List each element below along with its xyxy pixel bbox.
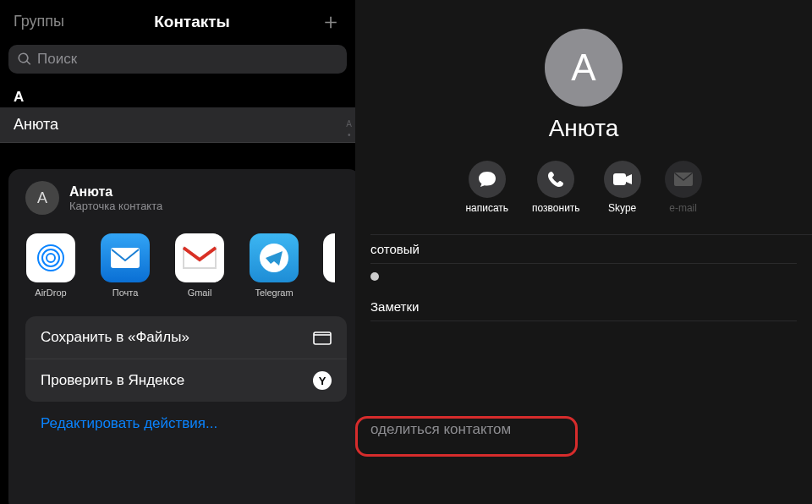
telegram-icon (250, 233, 299, 282)
svg-rect-5 (314, 332, 331, 344)
groups-button[interactable]: Группы (14, 13, 64, 30)
share-app-telegram[interactable]: Telegram (249, 233, 299, 298)
contacts-header: Группы Контакты ＋ (0, 0, 355, 45)
comm-email: e-mail (665, 161, 702, 214)
contact-name: Анюта (355, 115, 812, 142)
yandex-icon: Y (313, 371, 332, 390)
search-input[interactable]: Поиск (8, 45, 347, 74)
action-save-to-files[interactable]: Сохранить в «Файлы» (25, 316, 347, 359)
airdrop-icon (26, 233, 75, 282)
svg-point-0 (47, 254, 55, 262)
contact-detail-pane: А Анюта написать позвонить Skype (355, 0, 812, 504)
mail-icon (101, 233, 150, 282)
share-apps-row: AirDrop Почта Gmail (25, 230, 347, 315)
video-icon (604, 161, 641, 198)
sheet-avatar: А (25, 181, 59, 215)
action-check-yandex[interactable]: Проверить в Яндексе Y (25, 359, 347, 402)
comm-message[interactable]: написать (465, 161, 508, 214)
section-header-a: А (0, 84, 355, 107)
alphabet-index[interactable]: А • (346, 118, 352, 140)
message-icon (469, 161, 506, 198)
email-icon (665, 161, 702, 198)
contact-avatar: А (545, 29, 623, 107)
share-app-more[interactable] (323, 233, 335, 282)
share-contact-button[interactable]: оделиться контактом (370, 421, 812, 438)
comm-skype[interactable]: Skype (604, 161, 641, 214)
sheet-subtitle: Карточка контакта (69, 200, 162, 212)
pagination-dot (370, 272, 379, 281)
share-app-airdrop[interactable]: AirDrop (25, 233, 76, 298)
search-icon (17, 52, 32, 67)
contact-row-anyuta[interactable]: Анюта (0, 107, 355, 143)
comm-call[interactable]: позвонить (532, 161, 580, 214)
svg-point-1 (42, 249, 59, 266)
contacts-title: Контакты (154, 13, 230, 31)
edit-actions-button[interactable]: Редактировать действия... (25, 402, 347, 441)
communication-row: написать позвонить Skype e-mail (355, 161, 812, 234)
phone-icon (537, 161, 574, 198)
svg-rect-3 (111, 248, 140, 268)
share-app-gmail[interactable]: Gmail (174, 233, 225, 298)
sheet-title: Анюта (69, 184, 162, 200)
add-contact-button[interactable]: ＋ (320, 7, 342, 36)
share-actions: Сохранить в «Файлы» Проверить в Яндексе … (25, 316, 347, 402)
share-sheet: А Анюта Карточка контакта AirDrop (8, 169, 360, 504)
svg-rect-6 (613, 173, 626, 185)
notes-label[interactable]: Заметки (370, 293, 797, 321)
mobile-label[interactable]: сотовый (370, 235, 797, 264)
gmail-icon (175, 233, 224, 282)
folder-icon (313, 328, 332, 347)
share-app-mail[interactable]: Почта (100, 233, 151, 298)
